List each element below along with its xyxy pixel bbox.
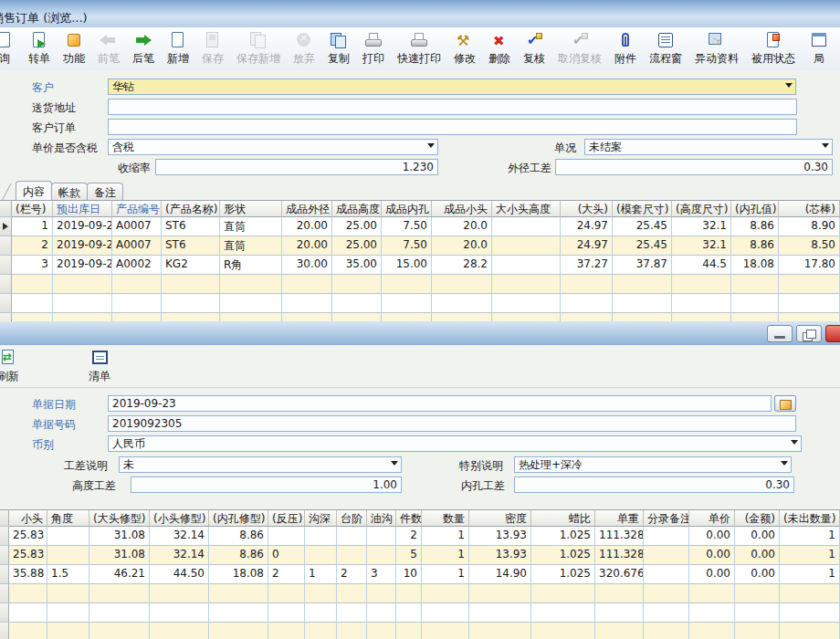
cell[interactable]: [396, 584, 422, 603]
cell[interactable]: [613, 275, 672, 294]
cell[interactable]: [531, 603, 595, 623]
close-button[interactable]: [825, 325, 840, 342]
cell[interactable]: ST6: [162, 217, 220, 236]
cell[interactable]: 0.00: [735, 546, 780, 565]
cell[interactable]: [268, 527, 305, 546]
cell[interactable]: 25.00: [332, 217, 382, 236]
inner-hole-tolerance-field[interactable]: 0.30: [514, 477, 794, 493]
doc-date-field[interactable]: 2019-09-23: [108, 395, 772, 412]
row-selector[interactable]: [0, 294, 12, 313]
cell[interactable]: [47, 584, 89, 603]
cell[interactable]: [422, 623, 469, 639]
chevron-down-icon[interactable]: [427, 143, 435, 148]
restore-button[interactable]: [796, 325, 822, 342]
cell[interactable]: [382, 275, 432, 294]
cell[interactable]: 320.676: [595, 565, 644, 584]
cell[interactable]: 35.88: [9, 565, 47, 584]
cell[interactable]: 24.97: [561, 217, 613, 236]
cell[interactable]: 0.00: [689, 527, 735, 546]
cell[interactable]: [731, 275, 779, 294]
cell[interactable]: 25.45: [613, 236, 672, 256]
cell[interactable]: 14.90: [469, 565, 531, 584]
customer-order-field[interactable]: [108, 119, 797, 135]
cell[interactable]: R角: [220, 256, 282, 275]
cell[interactable]: [644, 565, 689, 584]
cell[interactable]: [12, 275, 53, 294]
cell[interactable]: [47, 546, 89, 565]
cell[interactable]: [531, 623, 595, 639]
row-selector[interactable]: [0, 275, 12, 294]
cell[interactable]: [9, 584, 47, 603]
cell[interactable]: [337, 603, 367, 623]
cell[interactable]: [779, 275, 840, 294]
cell[interactable]: [112, 275, 162, 294]
cell[interactable]: [337, 584, 367, 603]
cell[interactable]: [432, 275, 492, 294]
cell[interactable]: 0: [268, 546, 305, 565]
toolbar-button-usage-status[interactable]: 被用状态: [745, 27, 802, 67]
cell[interactable]: 8.86: [209, 527, 268, 546]
tab-account[interactable]: 帐款: [51, 183, 88, 200]
cell[interactable]: 0.00: [689, 565, 735, 584]
cell[interactable]: [779, 294, 840, 313]
cell[interactable]: 24.97: [561, 236, 613, 256]
cell[interactable]: 13.93: [469, 527, 531, 546]
cell[interactable]: 32.1: [672, 236, 731, 256]
cell[interactable]: [332, 275, 382, 294]
cell[interactable]: 2: [12, 236, 53, 256]
row-selector[interactable]: [0, 217, 12, 236]
cell[interactable]: [305, 527, 337, 546]
cell[interactable]: 2: [337, 565, 367, 584]
cell[interactable]: 10: [396, 565, 422, 584]
cell[interactable]: 8.86: [731, 236, 779, 256]
row-selector[interactable]: [0, 256, 12, 275]
toolbar-button-flow-window[interactable]: 流程窗: [643, 27, 688, 67]
cell[interactable]: 8.90: [779, 217, 840, 236]
cell[interactable]: [47, 527, 89, 546]
cell[interactable]: 44.5: [672, 256, 731, 275]
cell[interactable]: [162, 294, 220, 313]
cell[interactable]: [492, 294, 561, 313]
cell[interactable]: [305, 623, 337, 639]
chevron-down-icon[interactable]: [781, 461, 788, 466]
toolbar-button-attachment[interactable]: 附件: [608, 27, 643, 67]
cell[interactable]: [644, 623, 689, 639]
cell[interactable]: [780, 584, 840, 603]
cell[interactable]: [367, 603, 396, 623]
row-selector[interactable]: [0, 584, 9, 603]
tab-remark[interactable]: 备注: [87, 183, 123, 200]
cell[interactable]: 32.14: [150, 527, 209, 546]
cell[interactable]: 1: [780, 527, 840, 546]
cell[interactable]: [337, 546, 367, 565]
cell[interactable]: [47, 623, 89, 639]
cell[interactable]: [209, 603, 268, 623]
minimize-button[interactable]: [767, 325, 793, 342]
cell[interactable]: 2: [396, 527, 422, 546]
toolbar-button-quick-print[interactable]: 快速打印: [391, 27, 447, 67]
cell[interactable]: [209, 584, 268, 603]
cell[interactable]: 0.00: [689, 546, 735, 565]
cell[interactable]: 1.025: [531, 527, 595, 546]
cell[interactable]: [469, 603, 531, 623]
special-note-combo[interactable]: 热处理+深冷: [514, 456, 792, 473]
cell[interactable]: [731, 294, 779, 313]
date-picker-button[interactable]: [774, 395, 796, 412]
cell[interactable]: [367, 546, 396, 565]
cell[interactable]: 5: [396, 546, 422, 565]
cell[interactable]: [492, 256, 561, 275]
cell[interactable]: 20.0: [432, 217, 492, 236]
cell[interactable]: [735, 623, 780, 639]
cell[interactable]: [780, 623, 840, 639]
cell[interactable]: [382, 294, 432, 313]
cell[interactable]: 7.50: [382, 217, 432, 236]
order-status-combo[interactable]: 未结案: [584, 139, 833, 155]
row-selector[interactable]: [0, 546, 9, 565]
cell[interactable]: 8.86: [731, 217, 779, 236]
cell[interactable]: 25.45: [613, 217, 672, 236]
cell[interactable]: 18.08: [209, 565, 268, 584]
chevron-down-icon[interactable]: [391, 461, 398, 466]
row-selector[interactable]: [0, 236, 12, 256]
cell[interactable]: [367, 623, 396, 639]
cell[interactable]: [492, 236, 561, 256]
cell[interactable]: [613, 294, 672, 313]
